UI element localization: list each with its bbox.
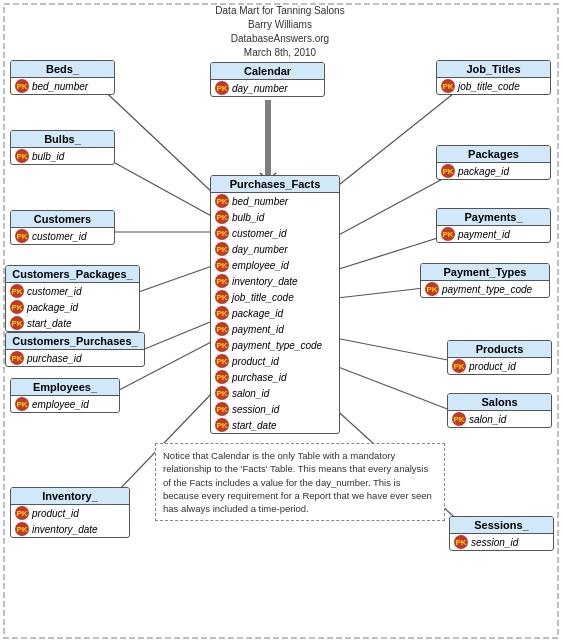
pk-icon: PK: [10, 284, 24, 298]
table-bulbs: Bulbs_ PK bulb_id: [10, 130, 115, 165]
table-purchases-facts-header: Purchases_Facts: [211, 176, 339, 193]
table-products-row-0: PK product_id: [448, 358, 551, 374]
pk-icon: PK: [454, 535, 468, 549]
field-product-id: product_id: [469, 361, 516, 372]
table-packages-header: Packages: [437, 146, 550, 163]
pk-icon: PK: [15, 397, 29, 411]
table-bulbs-header: Bulbs_: [11, 131, 114, 148]
table-beds-header: Beds_: [11, 61, 114, 78]
field-bed-number: bed_number: [32, 81, 88, 92]
pk-icon: PK: [441, 79, 455, 93]
table-sessions-header: Sessions_: [450, 517, 553, 534]
table-customers-packages: Customers_Packages_ PK customer_id PK pa…: [5, 265, 140, 332]
pk-icon: PK: [215, 386, 229, 400]
pk-icon: PK: [215, 306, 229, 320]
table-payments-row-0: PK payment_id: [437, 226, 550, 242]
svg-line-26: [320, 335, 463, 363]
pk-icon: PK: [10, 300, 24, 314]
table-job-titles-row-0: PK job_title_code: [437, 78, 550, 94]
table-payments-header: Payments_: [437, 209, 550, 226]
table-beds-row-0: PK bed_number: [11, 78, 114, 94]
pk-icon: PK: [215, 418, 229, 432]
table-customers: Customers PK customer_id: [10, 210, 115, 245]
table-products-header: Products: [448, 341, 551, 358]
table-employees-header: Employees_: [11, 379, 119, 396]
title-line3: DatabaseAnswers.org: [180, 32, 380, 46]
title-line1: Data Mart for Tanning Salons: [180, 4, 380, 18]
field-salon-id: salon_id: [469, 414, 506, 425]
pk-icon: PK: [452, 412, 466, 426]
pk-icon: PK: [15, 506, 29, 520]
pk-icon: PK: [215, 354, 229, 368]
table-payment-types-row-0: PK payment_type_code: [421, 281, 549, 297]
field-bulb-id: bulb_id: [32, 151, 64, 162]
table-beds: Beds_ PK bed_number: [10, 60, 115, 95]
field-customer-id: customer_id: [32, 231, 86, 242]
table-packages-row-0: PK package_id: [437, 163, 550, 179]
table-salons-header: Salons: [448, 394, 551, 411]
pk-icon: PK: [15, 149, 29, 163]
table-packages: Packages PK package_id: [436, 145, 551, 180]
table-customers-purchases: Customers_Purchases_ PK purchase_id: [5, 332, 145, 367]
pk-icon: PK: [15, 522, 29, 536]
pk-icon: PK: [441, 164, 455, 178]
field-package-id: package_id: [458, 166, 509, 177]
pk-icon: PK: [215, 81, 229, 95]
field-employee-id: employee_id: [32, 399, 89, 410]
table-purchases-facts: Purchases_Facts PKbed_number PKbulb_id P…: [210, 175, 340, 434]
pk-icon: PK: [215, 226, 229, 240]
field-day-number: day_number: [232, 83, 288, 94]
title-box: Data Mart for Tanning Salons Barry Willi…: [180, 4, 380, 60]
table-salons-row-0: PK salon_id: [448, 411, 551, 427]
pk-icon: PK: [215, 258, 229, 272]
pk-icon: PK: [215, 402, 229, 416]
pk-icon: PK: [215, 210, 229, 224]
pk-icon: PK: [15, 79, 29, 93]
table-job-titles-header: Job_Titles: [437, 61, 550, 78]
pk-icon: PK: [215, 370, 229, 384]
table-calendar-row-0: PK day_number: [211, 80, 324, 96]
table-inventory: Inventory_ PK product_id PK inventory_da…: [10, 487, 130, 538]
pk-icon: PK: [10, 351, 24, 365]
table-payments: Payments_ PK payment_id: [436, 208, 551, 243]
field-payment-type-code: payment_type_code: [442, 284, 532, 295]
table-customers-purchases-header: Customers_Purchases_: [6, 333, 144, 350]
field-job-title-code: job_title_code: [458, 81, 520, 92]
svg-line-28: [320, 360, 463, 415]
table-calendar: Calendar PK day_number: [210, 62, 325, 97]
title-line4: March 8th, 2010: [180, 46, 380, 60]
table-job-titles: Job_Titles PK job_title_code: [436, 60, 551, 95]
table-payment-types-header: Payment_Types: [421, 264, 549, 281]
field-session-id: session_id: [471, 537, 518, 548]
svg-line-12: [130, 265, 215, 295]
pk-icon: PK: [10, 316, 24, 330]
pk-icon: PK: [215, 290, 229, 304]
title-line2: Barry Williams: [180, 18, 380, 32]
table-customers-row-0: PK customer_id: [11, 228, 114, 244]
notice-text: Notice that Calendar is the only Table w…: [163, 450, 432, 514]
table-products: Products PK product_id: [447, 340, 552, 375]
table-bulbs-row-0: PK bulb_id: [11, 148, 114, 164]
pk-icon: PK: [441, 227, 455, 241]
table-inventory-header: Inventory_: [11, 488, 129, 505]
pk-icon: PK: [215, 274, 229, 288]
table-sessions-row-0: PK session_id: [450, 534, 553, 550]
diagram: Data Mart for Tanning Salons Barry Willi…: [0, 0, 563, 642]
table-employees: Employees_ PK employee_id: [10, 378, 120, 413]
pk-icon: PK: [15, 229, 29, 243]
pk-icon: PK: [425, 282, 439, 296]
pk-icon: PK: [215, 322, 229, 336]
table-calendar-header: Calendar: [211, 63, 324, 80]
pk-icon: PK: [215, 338, 229, 352]
table-sessions: Sessions_ PK session_id: [449, 516, 554, 551]
table-customers-packages-header: Customers_Packages_: [6, 266, 139, 283]
pk-icon: PK: [215, 194, 229, 208]
svg-line-18: [320, 86, 463, 200]
table-payment-types: Payment_Types PK payment_type_code: [420, 263, 550, 298]
field-payment-id: payment_id: [458, 229, 510, 240]
pk-icon: PK: [215, 242, 229, 256]
notice-box: Notice that Calendar is the only Table w…: [155, 443, 445, 521]
table-employees-row-0: PK employee_id: [11, 396, 119, 412]
table-salons: Salons PK salon_id: [447, 393, 552, 428]
table-customers-header: Customers: [11, 211, 114, 228]
